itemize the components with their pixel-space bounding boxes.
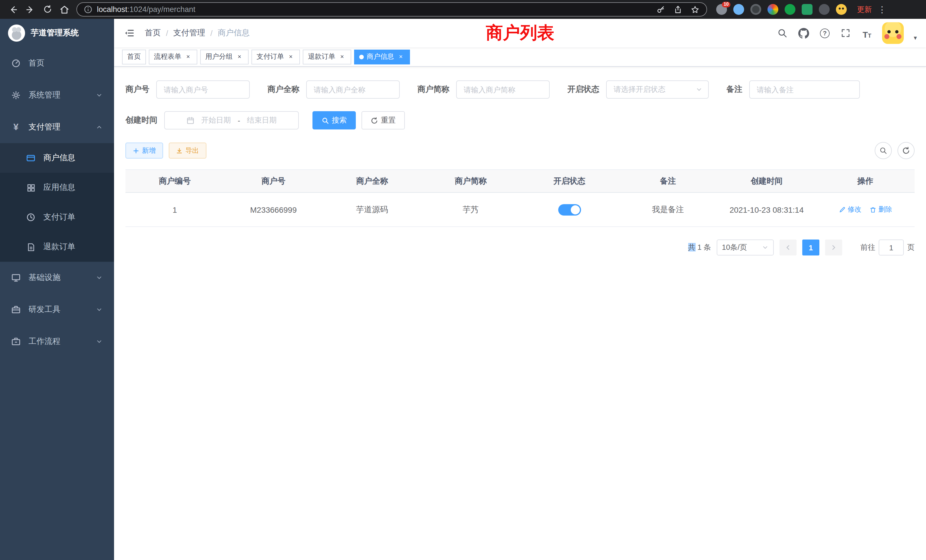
column-header: 商户全称 xyxy=(323,170,421,193)
extension-icon[interactable] xyxy=(750,4,761,15)
reload-icon[interactable] xyxy=(40,2,55,17)
address-bar[interactable]: localhost:1024/pay/merchant xyxy=(76,2,707,17)
delete-link[interactable]: 删除 xyxy=(869,205,892,215)
sidebar-item-system[interactable]: 系统管理 xyxy=(0,79,114,111)
screen: localhost:1024/pay/merchant 10 xyxy=(0,0,926,560)
sidebar-item-merchant-info[interactable]: 商户信息 xyxy=(0,143,114,173)
key-icon[interactable] xyxy=(656,5,666,14)
next-page-button[interactable] xyxy=(825,239,842,256)
close-icon[interactable]: × xyxy=(287,53,295,61)
merchant-no-label: 商户号 xyxy=(126,85,150,95)
filter-row-2: 创建时间 开始日期 - 结束日期 搜索 xyxy=(126,111,915,129)
column-header: 商户号 xyxy=(224,170,323,193)
back-icon[interactable] xyxy=(6,2,21,17)
tab-pay-orders[interactable]: 支付订单× xyxy=(251,49,300,64)
status-select[interactable]: 请选择开启状态 xyxy=(606,80,709,98)
status-toggle[interactable] xyxy=(558,204,581,215)
monitor-icon xyxy=(11,273,21,282)
jump-page-input[interactable] xyxy=(879,239,904,256)
forward-icon[interactable] xyxy=(23,2,38,17)
sidebar-item-pay-orders[interactable]: 支付订单 xyxy=(0,203,114,232)
edit-link[interactable]: 修改 xyxy=(838,205,861,215)
clock-icon xyxy=(26,213,35,222)
calendar-icon xyxy=(186,117,194,124)
info-icon[interactable] xyxy=(84,5,92,14)
tab-refund-orders[interactable]: 退款订单× xyxy=(303,49,351,64)
tab-merchant-info[interactable]: 商户信息× xyxy=(354,49,410,64)
sidebar-item-app-info[interactable]: 应用信息 xyxy=(0,173,114,203)
hamburger-fold-icon[interactable] xyxy=(123,27,136,39)
merchant-no-input[interactable] xyxy=(156,80,250,98)
avatar[interactable] xyxy=(882,22,904,44)
page-content: 商户号 商户全称 商户简称 开启状态 请选择开启状态 xyxy=(114,67,926,560)
date-separator: - xyxy=(238,116,241,125)
short-name-input[interactable] xyxy=(456,80,550,98)
add-button[interactable]: 新增 xyxy=(126,142,163,159)
refresh-table-button[interactable] xyxy=(897,142,915,159)
cell-merchant-id: 1 xyxy=(126,193,224,227)
breadcrumb-home[interactable]: 首页 xyxy=(145,28,161,38)
toggle-search-button[interactable] xyxy=(875,142,892,159)
page-number-button[interactable]: 1 xyxy=(802,239,819,256)
payment-submenu: 商户信息 应用信息 支付订单 xyxy=(0,143,114,262)
sidebar-item-payment[interactable]: ¥ 支付管理 xyxy=(0,111,114,143)
tab-home[interactable]: 首页 xyxy=(122,49,146,64)
logo-avatar xyxy=(8,24,25,42)
font-size-icon[interactable]: TT xyxy=(861,27,873,39)
breadcrumb: 首页 / 支付管理 / 商户信息 xyxy=(145,28,250,38)
sidebar-item-refund-orders[interactable]: 退款订单 xyxy=(0,232,114,262)
prev-page-button[interactable] xyxy=(779,239,797,256)
extension-icon[interactable] xyxy=(767,4,778,15)
extension-icon[interactable]: 10 xyxy=(716,4,727,15)
home-icon[interactable] xyxy=(57,2,72,17)
sidebar-logo[interactable]: 芋道管理系统 xyxy=(0,19,114,47)
remark-input[interactable] xyxy=(749,80,860,98)
extension-icon[interactable] xyxy=(733,4,744,15)
chevron-down-icon xyxy=(96,274,103,281)
page-size-select[interactable]: 10条/页 xyxy=(717,239,774,256)
help-icon[interactable]: ? xyxy=(819,27,831,39)
search-button[interactable]: 搜索 xyxy=(312,111,356,129)
extensions-row: 10 xyxy=(716,4,847,15)
export-button[interactable]: 导出 xyxy=(169,142,206,159)
github-icon[interactable] xyxy=(798,27,809,39)
close-icon[interactable]: × xyxy=(338,53,346,61)
create-time-range-picker[interactable]: 开始日期 - 结束日期 xyxy=(164,111,299,129)
cell-short-name: 芋艿 xyxy=(421,193,520,227)
reset-button[interactable]: 重置 xyxy=(362,111,405,129)
breadcrumb-payment[interactable]: 支付管理 xyxy=(173,28,205,38)
top-navbar: 首页 / 支付管理 / 商户信息 商户列表 ? xyxy=(114,19,926,47)
tab-user-group[interactable]: 用户分组× xyxy=(200,49,249,64)
tab-process-form[interactable]: 流程表单× xyxy=(149,49,197,64)
column-header: 备注 xyxy=(619,170,717,193)
browser-update-button[interactable]: 更新 xyxy=(857,4,872,15)
sidebar-item-dev-tools[interactable]: 研发工具 xyxy=(0,294,114,325)
extension-icon[interactable] xyxy=(836,4,847,15)
more-menu-icon[interactable]: ⋮ xyxy=(878,4,887,15)
remark-label: 备注 xyxy=(726,85,742,95)
search-icon[interactable] xyxy=(777,27,788,39)
extension-icon[interactable] xyxy=(785,4,796,15)
filter-row-1: 商户号 商户全称 商户简称 开启状态 请选择开启状态 xyxy=(126,80,915,98)
share-icon[interactable] xyxy=(673,5,682,14)
star-icon[interactable] xyxy=(690,5,700,14)
sidebar-item-home[interactable]: 首页 xyxy=(0,47,114,79)
create-time-label: 创建时间 xyxy=(126,115,157,126)
merchant-name-input[interactable] xyxy=(306,80,400,98)
extension-icon[interactable] xyxy=(819,4,830,15)
sidebar-item-infrastructure[interactable]: 基础设施 xyxy=(0,262,114,294)
close-icon[interactable]: × xyxy=(397,53,405,61)
chevron-down-icon[interactable]: ▾ xyxy=(914,34,917,41)
active-dot xyxy=(359,54,364,59)
browser-chrome: localhost:1024/pay/merchant 10 xyxy=(0,0,926,19)
merchant-name-label: 商户全称 xyxy=(268,85,300,95)
sidebar-item-label: 退款订单 xyxy=(43,242,75,252)
column-header: 创建时间 xyxy=(717,170,816,193)
close-icon[interactable]: × xyxy=(184,53,192,61)
fullscreen-icon[interactable] xyxy=(840,27,852,39)
chevron-down-icon xyxy=(762,244,769,251)
sidebar: 芋道管理系统 首页 系统管理 ¥ 支付管理 xyxy=(0,19,114,560)
extension-icon[interactable] xyxy=(802,4,813,15)
sidebar-item-workflow[interactable]: 工作流程 xyxy=(0,325,114,357)
close-icon[interactable]: × xyxy=(236,53,244,61)
